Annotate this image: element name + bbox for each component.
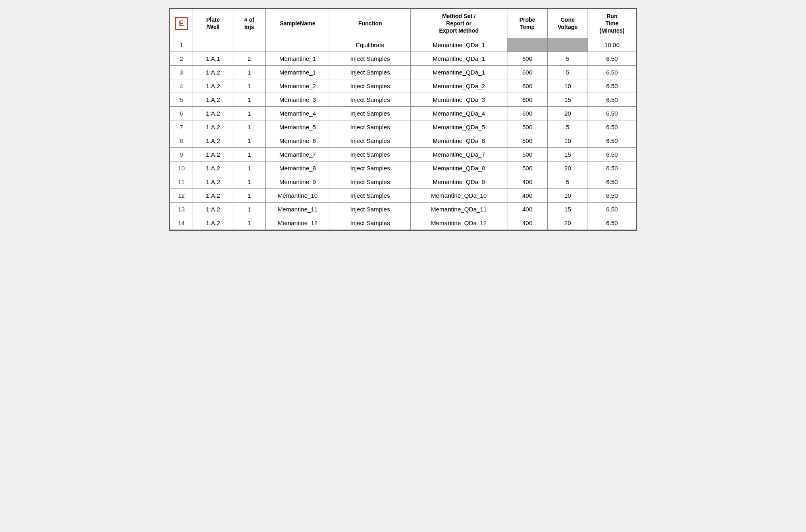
run-time[interactable]: 6.50 <box>588 93 636 106</box>
function-cell[interactable]: Inject Samples <box>330 93 411 106</box>
run-time[interactable]: 6.50 <box>588 147 636 161</box>
method-set[interactable]: Memantine_QDa_3 <box>411 93 507 106</box>
plate-well[interactable]: 1:A,2 <box>193 65 233 79</box>
run-time[interactable]: 6.50 <box>588 52 636 65</box>
probe-temp[interactable]: 500 <box>507 134 548 147</box>
run-time[interactable]: 6.50 <box>588 134 636 147</box>
probe-temp[interactable]: 600 <box>507 52 548 65</box>
probe-temp[interactable] <box>507 38 548 52</box>
row-number[interactable]: 13 <box>170 202 193 216</box>
row-number[interactable]: 2 <box>170 52 193 65</box>
cone-voltage[interactable]: 5 <box>548 65 588 79</box>
table-row[interactable]: 71:A,21Memantine_5Inject SamplesMemantin… <box>170 120 636 134</box>
probe-temp[interactable]: 400 <box>507 175 548 188</box>
sample-name[interactable]: Memantine_12 <box>266 216 330 230</box>
plate-well[interactable]: 1:A,2 <box>193 106 233 120</box>
cone-voltage[interactable]: 5 <box>548 52 588 65</box>
method-set[interactable]: Memantine_QDa_12 <box>411 216 507 230</box>
row-number[interactable]: 9 <box>170 147 193 161</box>
sample-name[interactable]: Memantine_4 <box>266 106 330 120</box>
sample-name[interactable] <box>266 38 330 52</box>
function-cell[interactable]: Inject Samples <box>330 147 411 161</box>
table-row[interactable]: 21:A,12Memantine_1Inject SamplesMemantin… <box>170 52 636 65</box>
plate-well[interactable]: 1:A,2 <box>193 175 233 188</box>
sample-name[interactable]: Memantine_7 <box>266 147 330 161</box>
probe-temp[interactable]: 600 <box>507 106 548 120</box>
cone-voltage[interactable]: 15 <box>548 93 588 106</box>
num-injections[interactable]: 1 <box>233 134 266 147</box>
cone-voltage[interactable]: 10 <box>548 79 588 93</box>
run-time[interactable]: 6.50 <box>588 202 636 216</box>
plate-well[interactable]: 1:A,2 <box>193 188 233 202</box>
method-set[interactable]: Memantine_QDa_5 <box>411 120 507 134</box>
run-time[interactable]: 6.50 <box>588 79 636 93</box>
table-row[interactable]: 61:A,21Memantine_4Inject SamplesMemantin… <box>170 106 636 120</box>
row-number[interactable]: 3 <box>170 65 193 79</box>
run-time[interactable]: 6.50 <box>588 120 636 134</box>
run-time[interactable]: 6.50 <box>588 106 636 120</box>
num-injections[interactable]: 1 <box>233 161 266 175</box>
cone-voltage[interactable]: 10 <box>548 134 588 147</box>
run-time[interactable]: 6.50 <box>588 216 636 230</box>
function-cell[interactable]: Inject Samples <box>330 188 411 202</box>
table-row[interactable]: 91:A,21Memantine_7Inject SamplesMemantin… <box>170 147 636 161</box>
sample-name[interactable]: Memantine_6 <box>266 134 330 147</box>
probe-temp[interactable]: 600 <box>507 65 548 79</box>
sample-name[interactable]: Memantine_1 <box>266 52 330 65</box>
table-row[interactable]: 1EquilibrateMemantine_QDa_110.00 <box>170 38 636 52</box>
method-set[interactable]: Memantine_QDa_10 <box>411 188 507 202</box>
probe-temp[interactable]: 500 <box>507 147 548 161</box>
function-cell[interactable]: Inject Samples <box>330 161 411 175</box>
plate-well[interactable]: 1:A,2 <box>193 120 233 134</box>
sample-name[interactable]: Memantine_8 <box>266 161 330 175</box>
table-row[interactable]: 111:A,21Memantine_9Inject SamplesMemanti… <box>170 175 636 188</box>
probe-temp[interactable]: 400 <box>507 188 548 202</box>
cone-voltage[interactable]: 15 <box>548 202 588 216</box>
num-injections[interactable]: 1 <box>233 188 266 202</box>
cone-voltage[interactable]: 20 <box>548 216 588 230</box>
function-cell[interactable]: Inject Samples <box>330 175 411 188</box>
run-time[interactable]: 6.50 <box>588 65 636 79</box>
plate-well[interactable]: 1:A,2 <box>193 161 233 175</box>
cone-voltage[interactable]: 20 <box>548 106 588 120</box>
num-injections[interactable]: 1 <box>233 147 266 161</box>
sample-name[interactable]: Memantine_1 <box>266 65 330 79</box>
num-injections[interactable]: 1 <box>233 65 266 79</box>
plate-well[interactable]: 1:A,1 <box>193 52 233 65</box>
num-injections[interactable]: 1 <box>233 106 266 120</box>
method-set[interactable]: Memantine_QDa_8 <box>411 161 507 175</box>
run-time[interactable]: 6.50 <box>588 175 636 188</box>
plate-well[interactable]: 1:A,2 <box>193 202 233 216</box>
table-row[interactable]: 41:A,21Memantine_2Inject SamplesMemantin… <box>170 79 636 93</box>
plate-well[interactable]: 1:A,2 <box>193 216 233 230</box>
sample-name[interactable]: Memantine_10 <box>266 188 330 202</box>
run-time[interactable]: 6.50 <box>588 161 636 175</box>
table-row[interactable]: 81:A,21Memantine_6Inject SamplesMemantin… <box>170 134 636 147</box>
num-injections[interactable]: 1 <box>233 216 266 230</box>
probe-temp[interactable]: 600 <box>507 79 548 93</box>
num-injections[interactable]: 1 <box>233 175 266 188</box>
num-injections[interactable]: 2 <box>233 52 266 65</box>
method-set[interactable]: Memantine_QDa_7 <box>411 147 507 161</box>
function-cell[interactable]: Inject Samples <box>330 134 411 147</box>
num-injections[interactable]: 1 <box>233 93 266 106</box>
row-number[interactable]: 14 <box>170 216 193 230</box>
table-row[interactable]: 101:A,21Memantine_8Inject SamplesMemanti… <box>170 161 636 175</box>
function-cell[interactable]: Inject Samples <box>330 106 411 120</box>
num-injections[interactable]: 1 <box>233 120 266 134</box>
function-cell[interactable]: Inject Samples <box>330 65 411 79</box>
plate-well[interactable]: 1:A,2 <box>193 79 233 93</box>
probe-temp[interactable]: 500 <box>507 120 548 134</box>
table-row[interactable]: 141:A,21Memantine_12Inject SamplesMemant… <box>170 216 636 230</box>
row-number[interactable]: 6 <box>170 106 193 120</box>
table-row[interactable]: 121:A,21Memantine_10Inject SamplesMemant… <box>170 188 636 202</box>
row-number[interactable]: 11 <box>170 175 193 188</box>
sample-name[interactable]: Memantine_2 <box>266 79 330 93</box>
function-cell[interactable]: Inject Samples <box>330 202 411 216</box>
plate-well[interactable]: 1:A,2 <box>193 147 233 161</box>
method-set[interactable]: Memantine_QDa_9 <box>411 175 507 188</box>
plate-well[interactable]: 1:A,2 <box>193 134 233 147</box>
row-number[interactable]: 4 <box>170 79 193 93</box>
sample-name[interactable]: Memantine_11 <box>266 202 330 216</box>
probe-temp[interactable]: 400 <box>507 202 548 216</box>
